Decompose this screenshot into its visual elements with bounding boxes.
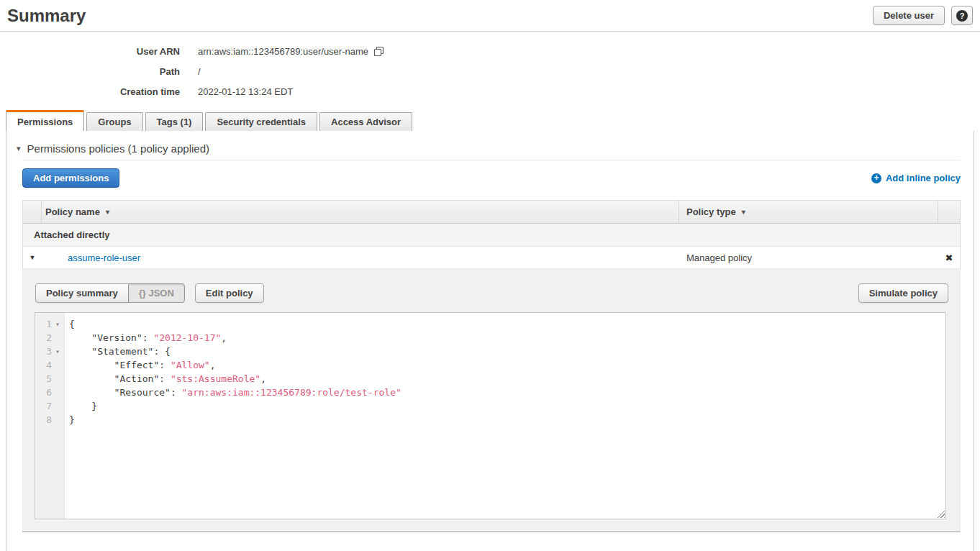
tab-security-credentials[interactable]: Security credentials bbox=[205, 112, 317, 131]
plus-circle-icon: + bbox=[871, 173, 881, 183]
line-number: 7 bbox=[35, 399, 52, 413]
code-text: "Effect": "Allow", bbox=[65, 358, 216, 372]
code-text: "Action": "sts:AssumeRole", bbox=[65, 372, 266, 386]
code-line: 4 "Effect": "Allow", bbox=[35, 358, 945, 372]
code-text: "Resource": "arn:aws:iam::123456789:role… bbox=[65, 386, 401, 399]
policy-type-column-label: Policy type bbox=[686, 206, 736, 217]
tab-groups[interactable]: Groups bbox=[86, 112, 142, 131]
detach-column-header bbox=[938, 201, 960, 223]
policy-table-row: ▼ assume-role-user Managed policy ✖ bbox=[23, 247, 960, 269]
policy-json-editor[interactable]: 1▾{2 "Version": "2012-10-17",3▾ "Stateme… bbox=[35, 312, 946, 519]
fold-caret-icon[interactable]: ▾ bbox=[52, 345, 63, 358]
policy-name-link[interactable]: assume-role-user bbox=[68, 252, 140, 263]
tab-permissions[interactable]: Permissions bbox=[6, 110, 84, 131]
line-number: 4 bbox=[35, 358, 52, 372]
detach-policy-icon[interactable]: ✖ bbox=[938, 252, 960, 263]
code-line: 2 "Version": "2012-10-17", bbox=[35, 331, 945, 345]
creation-time-label: Creation time bbox=[0, 86, 180, 97]
code-text: } bbox=[65, 413, 75, 427]
fold-spacer bbox=[52, 372, 63, 386]
user-info-section: User ARN arn:aws:iam::123456789:user/use… bbox=[0, 32, 980, 110]
delete-user-button[interactable]: Delete user bbox=[873, 6, 945, 25]
policy-name-column-header[interactable]: Policy name ▾ bbox=[42, 201, 679, 223]
code-line: 3▾ "Statement": { bbox=[35, 345, 945, 358]
code-line: 6 "Resource": "arn:aws:iam::123456789:ro… bbox=[35, 386, 945, 399]
table-header-row: Policy name ▾ Policy type ▾ bbox=[23, 201, 960, 224]
line-number: 5 bbox=[35, 372, 52, 386]
fold-spacer bbox=[52, 358, 63, 372]
attached-policies-table: Policy name ▾ Policy type ▾ Attached dir… bbox=[22, 200, 961, 269]
code-line: 8} bbox=[35, 413, 945, 427]
policy-summary-button[interactable]: Policy summary bbox=[35, 283, 129, 303]
user-arn-label: User ARN bbox=[0, 46, 180, 57]
row-expander-icon[interactable]: ▼ bbox=[23, 254, 42, 261]
path-label: Path bbox=[0, 66, 180, 77]
code-line: 5 "Action": "sts:AssumeRole", bbox=[35, 372, 945, 386]
add-inline-policy-label: Add inline policy bbox=[886, 173, 961, 183]
policy-type-cell: Managed policy bbox=[679, 252, 938, 263]
policy-actions-row: Add permissions + Add inline policy bbox=[22, 168, 961, 188]
policy-detail-panel: Policy summary {} JSON Edit policy Simul… bbox=[22, 269, 961, 532]
section-divider bbox=[22, 160, 961, 160]
tab-tags[interactable]: Tags (1) bbox=[145, 112, 204, 131]
attached-directly-group-row: Attached directly bbox=[23, 224, 960, 247]
permissions-policies-section-toggle[interactable]: ▾ Permissions policies (1 policy applied… bbox=[6, 131, 974, 155]
creation-time-value: 2022-01-12 13:24 EDT bbox=[198, 86, 293, 97]
user-arn-value: arn:aws:iam::123456789:user/user-name bbox=[198, 46, 368, 57]
line-number: 2 bbox=[35, 331, 52, 345]
line-number: 3 bbox=[35, 345, 52, 358]
code-line: 1▾{ bbox=[35, 317, 945, 331]
fold-spacer bbox=[52, 413, 63, 427]
fold-spacer bbox=[52, 399, 63, 413]
code-text: } bbox=[65, 399, 97, 413]
expander-column-header bbox=[23, 201, 42, 223]
code-text: "Statement": { bbox=[65, 345, 171, 358]
header-actions: Delete user ? bbox=[873, 6, 973, 25]
permissions-policies-heading: Permissions policies (1 policy applied) bbox=[27, 142, 209, 155]
line-number: 1 bbox=[35, 317, 52, 331]
sort-caret-icon: ▾ bbox=[106, 208, 109, 216]
tab-strip: Permissions Groups Tags (1) Security cre… bbox=[0, 110, 980, 131]
line-number: 6 bbox=[35, 386, 52, 399]
simulate-policy-button[interactable]: Simulate policy bbox=[858, 283, 948, 303]
fold-caret-icon[interactable]: ▾ bbox=[52, 317, 63, 331]
copy-icon[interactable] bbox=[373, 46, 384, 57]
line-number: 8 bbox=[35, 413, 52, 427]
tab-access-advisor[interactable]: Access Advisor bbox=[319, 112, 412, 131]
sort-caret-icon: ▾ bbox=[742, 208, 745, 216]
help-icon: ? bbox=[956, 10, 968, 22]
path-value: / bbox=[198, 66, 201, 77]
add-permissions-button[interactable]: Add permissions bbox=[22, 168, 119, 188]
help-button[interactable]: ? bbox=[951, 6, 973, 25]
info-row-user-arn: User ARN arn:aws:iam::123456789:user/use… bbox=[0, 46, 980, 57]
code-line: 7 } bbox=[35, 399, 945, 413]
code-text: { bbox=[65, 317, 75, 331]
fold-spacer bbox=[52, 386, 63, 399]
section-collapse-caret-icon: ▾ bbox=[17, 144, 21, 153]
editor-resize-grip-icon[interactable] bbox=[935, 509, 945, 518]
code-text: "Version": "2012-10-17", bbox=[65, 331, 227, 345]
page-header: Summary Delete user ? bbox=[0, 0, 980, 32]
info-row-creation-time: Creation time 2022-01-12 13:24 EDT bbox=[0, 86, 980, 97]
page-title: Summary bbox=[7, 6, 86, 26]
code-lines: 1▾{2 "Version": "2012-10-17",3▾ "Stateme… bbox=[35, 313, 945, 427]
policy-type-column-header[interactable]: Policy type ▾ bbox=[679, 201, 938, 223]
policy-name-column-label: Policy name bbox=[45, 206, 100, 217]
group-row-label: Attached directly bbox=[34, 229, 109, 240]
fold-spacer bbox=[52, 331, 63, 345]
permissions-tab-content: ▾ Permissions policies (1 policy applied… bbox=[6, 131, 974, 551]
add-inline-policy-link[interactable]: + Add inline policy bbox=[871, 173, 961, 183]
edit-policy-button[interactable]: Edit policy bbox=[195, 283, 264, 303]
json-view-button[interactable]: {} JSON bbox=[128, 283, 185, 303]
policy-detail-toolbar: Policy summary {} JSON Edit policy Simul… bbox=[22, 269, 961, 303]
info-row-path: Path / bbox=[0, 66, 980, 77]
user-arn-value-wrap: arn:aws:iam::123456789:user/user-name bbox=[198, 46, 384, 57]
